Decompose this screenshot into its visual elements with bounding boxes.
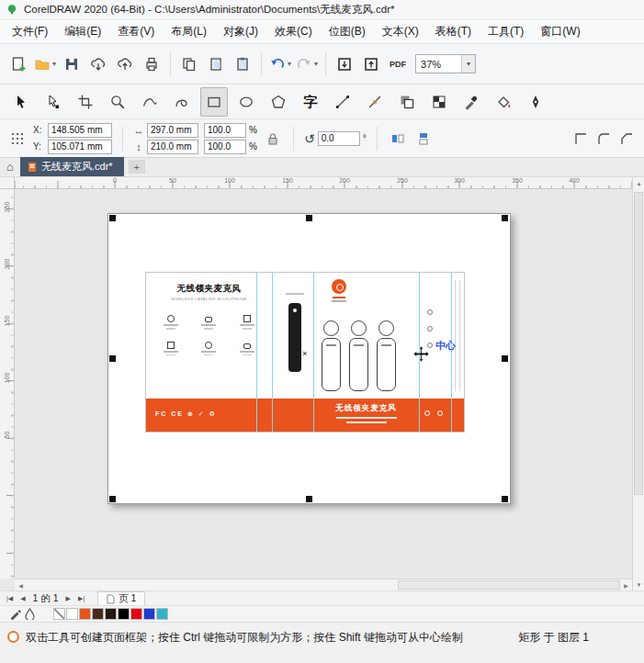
- print-button[interactable]: [139, 50, 164, 79]
- lock-ratio-button[interactable]: [263, 129, 283, 149]
- page-tab[interactable]: 页 1: [97, 591, 145, 605]
- b-spline-tool[interactable]: [168, 87, 196, 117]
- selection-handle-n[interactable]: [306, 215, 312, 221]
- two-point-line-tool[interactable]: [329, 87, 356, 117]
- paste-special-button[interactable]: [230, 50, 255, 79]
- round-corner-button[interactable]: [593, 129, 614, 149]
- import-button[interactable]: [332, 50, 357, 79]
- selection-handle-ne[interactable]: [502, 215, 508, 221]
- crop-tool[interactable]: [72, 87, 99, 117]
- menu-tools[interactable]: 工具(T): [480, 20, 532, 43]
- outline-pen-tool[interactable]: [522, 87, 549, 117]
- ruler-origin-box[interactable]: [0, 177, 15, 189]
- chevron-down-icon[interactable]: ▾: [314, 61, 318, 68]
- outline-color-indicator[interactable]: [7, 607, 22, 622]
- horizontal-scroll-thumb[interactable]: [398, 580, 620, 590]
- color-swatch[interactable]: [105, 608, 117, 620]
- horizontal-ruler[interactable]: 0 50 100 150 200 250 300 350 400: [15, 177, 632, 189]
- menu-view[interactable]: 查看(V): [109, 20, 163, 43]
- save-button[interactable]: [59, 50, 85, 79]
- paste-button[interactable]: [203, 50, 229, 79]
- color-swatch-none[interactable]: [53, 608, 65, 620]
- polygon-tool[interactable]: [265, 87, 292, 117]
- scroll-down-arrow[interactable]: ▼: [633, 579, 644, 590]
- shape-tool[interactable]: [40, 87, 67, 117]
- chevron-down-icon[interactable]: ▾: [461, 55, 475, 73]
- menu-layout[interactable]: 布局(L): [163, 20, 215, 43]
- zoom-level-combo[interactable]: 37% ▾: [415, 54, 476, 73]
- selection-handle-w[interactable]: [109, 355, 116, 362]
- menu-window[interactable]: 窗口(W): [532, 20, 588, 43]
- ellipse-tool[interactable]: [232, 87, 260, 117]
- document-tab-active[interactable]: 无线麦克风.cdr*: [20, 157, 124, 176]
- scale-x-input[interactable]: [204, 123, 246, 138]
- next-page-button[interactable]: ▶: [64, 595, 73, 601]
- save-to-cloud-button[interactable]: [112, 50, 138, 79]
- selection-handle-sw[interactable]: [109, 496, 116, 502]
- color-swatch[interactable]: [66, 608, 78, 620]
- color-swatch[interactable]: [143, 608, 155, 620]
- scroll-right-arrow[interactable]: ▶: [620, 579, 632, 590]
- menu-text[interactable]: 文本(X): [374, 20, 427, 43]
- selection-handle-s[interactable]: [306, 496, 312, 502]
- publish-to-pdf-button[interactable]: PDF: [385, 50, 411, 79]
- last-page-button[interactable]: ▶|: [76, 595, 86, 601]
- mirror-vertical-button[interactable]: [413, 129, 434, 149]
- transparency-tool[interactable]: [393, 87, 421, 117]
- selection-handle-e[interactable]: [502, 355, 508, 362]
- export-button[interactable]: [358, 50, 384, 79]
- object-width-input[interactable]: [147, 123, 198, 138]
- freehand-tool[interactable]: [136, 87, 164, 117]
- text-tool[interactable]: 字: [297, 87, 324, 117]
- color-swatch[interactable]: [79, 608, 91, 620]
- scroll-up-arrow[interactable]: ▲: [633, 177, 644, 189]
- mesh-fill-tool[interactable]: [425, 87, 453, 117]
- open-from-cloud-button[interactable]: [85, 50, 111, 79]
- vertical-scroll-thumb[interactable]: [634, 192, 643, 495]
- scroll-left-arrow[interactable]: ◀: [15, 579, 27, 590]
- rectangle-tool[interactable]: [200, 87, 228, 117]
- selection-handle-nw[interactable]: [109, 215, 116, 221]
- prev-page-button[interactable]: ◀: [18, 595, 27, 601]
- zoom-tool[interactable]: [104, 87, 131, 117]
- color-swatch[interactable]: [156, 608, 168, 620]
- x-position-input[interactable]: [48, 123, 112, 138]
- selection-handle-se[interactable]: [502, 496, 508, 502]
- color-eyedropper-tool[interactable]: [458, 87, 485, 117]
- menu-file[interactable]: 文件(F): [4, 20, 56, 43]
- chevron-down-icon[interactable]: ▾: [52, 61, 56, 68]
- mirror-horizontal-button[interactable]: [388, 129, 408, 149]
- object-height-input[interactable]: [147, 140, 198, 154]
- vertical-scrollbar[interactable]: ▲ ▼: [632, 177, 644, 590]
- smart-fill-tool[interactable]: [490, 87, 517, 117]
- menu-edit[interactable]: 编辑(E): [56, 20, 109, 43]
- bezier-tool[interactable]: [361, 87, 389, 117]
- color-swatch[interactable]: [130, 608, 142, 620]
- y-position-input[interactable]: [48, 140, 112, 154]
- new-document-button[interactable]: [6, 50, 31, 79]
- rotation-input[interactable]: [318, 131, 360, 146]
- sharp-corner-button[interactable]: [571, 129, 591, 149]
- object-position-button[interactable]: [7, 129, 28, 149]
- first-page-button[interactable]: |◀: [5, 595, 15, 601]
- chevron-down-icon[interactable]: ▾: [288, 61, 291, 68]
- chamfer-corner-button[interactable]: [616, 129, 637, 149]
- horizontal-scrollbar[interactable]: ◀ ▶: [15, 579, 632, 590]
- menu-bitmaps[interactable]: 位图(B): [321, 20, 374, 43]
- pick-tool[interactable]: [7, 87, 35, 117]
- scale-y-input[interactable]: [204, 140, 246, 154]
- menu-table[interactable]: 表格(T): [427, 20, 480, 43]
- open-document-button[interactable]: ▾: [32, 50, 58, 79]
- redo-button[interactable]: ▾: [294, 50, 320, 79]
- menu-object[interactable]: 对象(J): [215, 20, 266, 43]
- undo-button[interactable]: ▾: [267, 50, 293, 79]
- color-swatch[interactable]: [118, 608, 130, 620]
- welcome-tab[interactable]: ⌂: [0, 157, 20, 176]
- menu-effects[interactable]: 效果(C): [266, 20, 321, 43]
- color-swatch[interactable]: [92, 608, 104, 620]
- fill-color-indicator[interactable]: [22, 607, 37, 622]
- drawing-canvas[interactable]: 无线领夹麦克风 WIRELESS LAVALIER MICROPHONE ×: [15, 189, 632, 579]
- vertical-ruler[interactable]: 250 200 150 100 50: [0, 189, 15, 579]
- copy-button[interactable]: [176, 50, 202, 79]
- new-tab-button[interactable]: +: [129, 160, 145, 174]
